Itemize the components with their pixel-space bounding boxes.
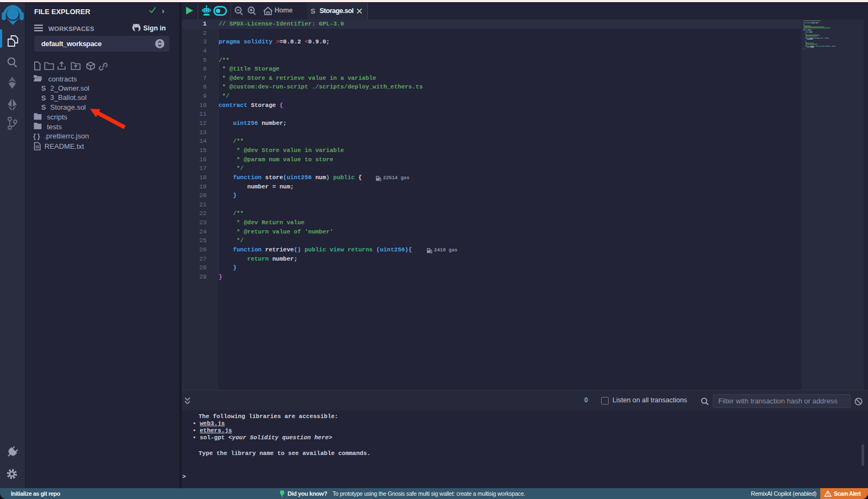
svg-text:S: S xyxy=(311,7,316,15)
svg-text:S: S xyxy=(41,103,46,111)
svg-text:S: S xyxy=(41,94,46,102)
svg-text:S: S xyxy=(41,84,46,92)
svg-text:{ }: { } xyxy=(33,132,40,140)
